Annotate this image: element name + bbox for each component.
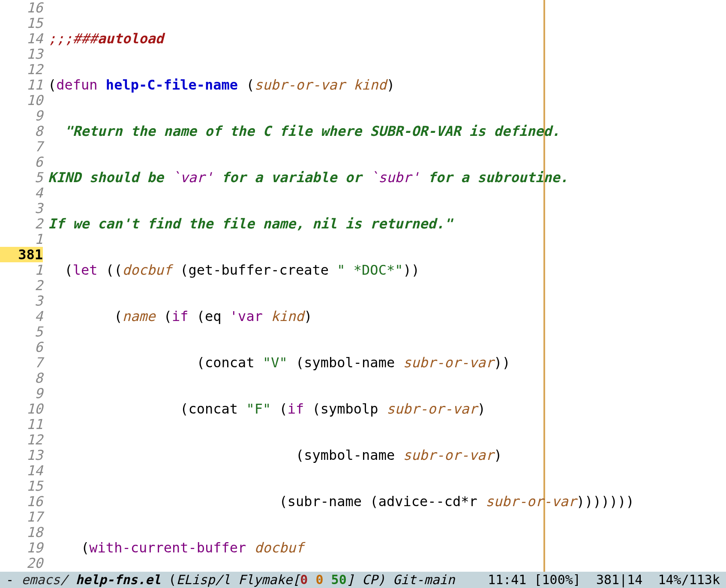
line-number: 1: [0, 262, 43, 278]
modeline-modified-indicator: -: [6, 572, 21, 588]
line-number: 11: [0, 417, 43, 432]
line-number: 9: [0, 386, 43, 401]
code-line: (concat "V" (symbol-name subr-or-var)): [48, 355, 651, 370]
line-number-gutter: 1615141312111098765432138112345678910111…: [0, 0, 48, 572]
line-number: 6: [0, 339, 43, 355]
code-line: "Return the name of the C file where SUB…: [48, 123, 651, 139]
line-number: 3: [0, 201, 43, 216]
code-line: (with-current-buffer docbuf: [48, 540, 651, 555]
modeline-percent: 14%/113k: [658, 572, 720, 587]
line-number: 8: [0, 370, 43, 386]
line-number: 7: [0, 355, 43, 370]
line-number: 7: [0, 139, 43, 154]
line-number-current: 381: [0, 247, 43, 262]
line-number: 15: [0, 15, 43, 31]
line-number: 2: [0, 278, 43, 293]
line-number: 5: [0, 170, 43, 185]
code-line: (name (if (eq 'var kind): [48, 309, 651, 324]
line-number: 19: [0, 540, 43, 555]
line-number: 14: [0, 31, 43, 46]
code-line: If we can't find the file name, nil is r…: [48, 216, 651, 231]
line-number: 5: [0, 324, 43, 339]
code-line: (subr-name (advice--cd*r subr-or-var))))…: [48, 494, 651, 509]
line-number: 8: [0, 123, 43, 139]
line-number: 16: [0, 0, 43, 15]
line-number: 1: [0, 231, 43, 247]
code-line: (concat "F" (if (symbolp subr-or-var): [48, 401, 651, 417]
line-number: 10: [0, 93, 43, 108]
line-number: 4: [0, 309, 43, 324]
line-number: 2: [0, 216, 43, 231]
code-line: (let ((docbuf (get-buffer-create " *DOC*…: [48, 262, 651, 278]
editor-area[interactable]: 1615141312111098765432138112345678910111…: [0, 0, 726, 572]
line-number: 13: [0, 447, 43, 463]
line-number: 14: [0, 463, 43, 478]
code-line: (symbol-name subr-or-var): [48, 447, 651, 463]
line-number: 17: [0, 509, 43, 525]
code-line: (goto-char (point-min)): [48, 586, 651, 588]
code-line: (defun help-C-file-name (subr-or-var kin…: [48, 77, 651, 93]
line-number: 20: [0, 555, 43, 571]
line-number: 18: [0, 525, 43, 540]
line-number: 15: [0, 478, 43, 494]
line-number: 3: [0, 293, 43, 309]
code-buffer[interactable]: ;;;###autoload (defun help-C-file-name (…: [48, 0, 651, 572]
line-number: 4: [0, 185, 43, 201]
line-number: 12: [0, 62, 43, 77]
code-line: ;;;###autoload: [48, 31, 651, 46]
line-number: 10: [0, 401, 43, 417]
line-number: 6: [0, 154, 43, 170]
line-number: 16: [0, 494, 43, 509]
line-number: 12: [0, 432, 43, 447]
line-number: 11: [0, 77, 43, 93]
line-number: 9: [0, 108, 43, 123]
line-number: 13: [0, 46, 43, 62]
code-line: KIND should be `var' for a variable or `…: [48, 170, 651, 185]
